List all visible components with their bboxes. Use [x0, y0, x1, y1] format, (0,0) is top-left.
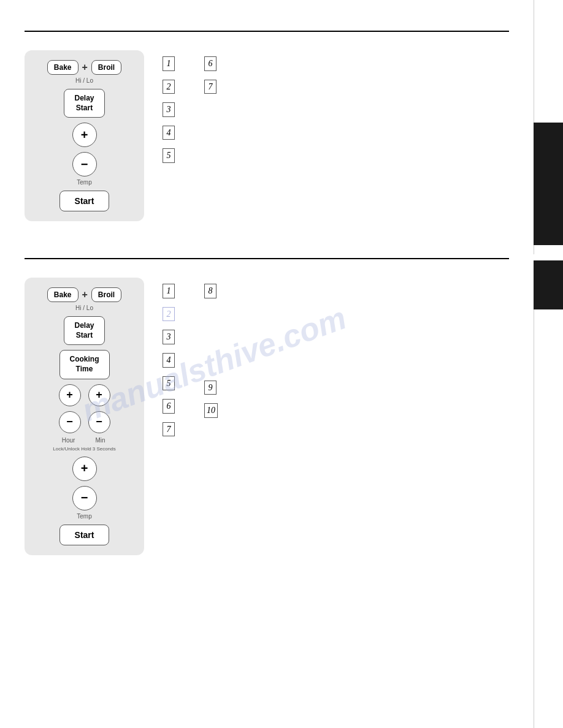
cooking-time-button[interactable]: Cooking Time [59, 350, 110, 379]
step-col-left-1: 1 2 3 4 5 [163, 56, 180, 163]
bake-button-2[interactable]: Bake [47, 287, 79, 302]
sidebar-black-1 [534, 123, 563, 245]
steps-area-2: 1 2 3 4 5 [163, 278, 509, 436]
min-label: Min [88, 437, 113, 444]
step-item-2-3: 3 [163, 330, 180, 344]
step-item-1-1: 1 [163, 56, 180, 71]
right-sidebar [534, 0, 563, 728]
top-rule [25, 31, 509, 32]
plus-sign-1: + [82, 62, 88, 73]
minus-temp-button[interactable]: − [72, 486, 97, 510]
panel-top-row-1: Bake + Broil [47, 60, 121, 75]
steps-col-1: 1 2 3 4 5 [163, 56, 509, 163]
minus-hour-button[interactable]: − [59, 411, 81, 433]
step-item-1-5: 5 [163, 148, 180, 163]
step-num-2-10: 10 [204, 403, 218, 418]
section-1: Bake + Broil Hi / Lo Delay Start + − Tem… [25, 50, 509, 221]
step-item-2-10: 10 [204, 403, 223, 418]
step-num-2-8: 8 [204, 284, 216, 298]
control-panel-2: Bake + Broil Hi / Lo Delay Start Cooking… [25, 278, 144, 555]
step-item-2-1: 1 [163, 284, 180, 298]
control-panel-1: Bake + Broil Hi / Lo Delay Start + − Tem… [25, 50, 144, 221]
broil-button-2[interactable]: Broil [91, 287, 121, 302]
step-num-2-2: 2 [163, 307, 175, 322]
minus-circle-1[interactable]: − [72, 152, 97, 176]
step-item-2-9: 9 [204, 381, 223, 395]
hour-label: Hour [56, 437, 81, 444]
delay-start-button-2[interactable]: Delay Start [64, 316, 104, 345]
mid-rule [25, 258, 509, 259]
step-num-1-4: 4 [163, 126, 175, 140]
step-num-1-3: 3 [163, 102, 175, 117]
step-item-2-2: 2 [163, 307, 180, 322]
dual-minus-controls: − − [59, 411, 110, 433]
step-num-2-9: 9 [204, 381, 216, 395]
main-content: Bake + Broil Hi / Lo Delay Start + − Tem… [0, 0, 534, 728]
step-item-2-4: 4 [163, 353, 180, 368]
step-col-right-1: 6 7 [204, 56, 221, 163]
plus-sign-2: + [82, 289, 88, 300]
step-item-1-2: 2 [163, 80, 180, 94]
step-col-left-2: 1 2 3 4 5 [163, 284, 180, 436]
temp-label-2: Temp [77, 513, 91, 520]
plus-temp-button[interactable]: + [72, 457, 97, 481]
steps-col-2: 1 2 3 4 5 [163, 284, 509, 436]
start-button-2[interactable]: Start [59, 525, 110, 545]
step-item-1-7: 7 [204, 80, 221, 94]
plus-min-button[interactable]: + [88, 384, 110, 406]
step-num-1-2: 2 [163, 80, 175, 94]
broil-button-1[interactable]: Broil [91, 60, 121, 75]
step-num-1-7: 7 [204, 80, 216, 94]
step-num-2-3: 3 [163, 330, 175, 344]
section-2: Bake + Broil Hi / Lo Delay Start Cooking… [25, 278, 509, 555]
lock-label: Lock/Unlock Hold 3 Seconds [53, 446, 115, 452]
hi-lo-1: Hi / Lo [75, 77, 93, 84]
sidebar-white-mid [534, 309, 563, 728]
step-num-2-6: 6 [163, 399, 175, 414]
step-item-2-7: 7 [163, 422, 180, 437]
step-item-1-3: 3 [163, 102, 180, 117]
sidebar-white-top [534, 0, 563, 123]
step-item-1-4: 4 [163, 126, 180, 140]
step-num-2-1: 1 [163, 284, 175, 298]
step-num-2-7: 7 [163, 422, 175, 437]
step-item-2-8: 8 [204, 284, 223, 298]
step-num-2-4: 4 [163, 353, 175, 368]
step-item-1-6: 6 [204, 56, 221, 71]
hour-min-label-row: Hour Min [56, 437, 113, 444]
hi-lo-2: Hi / Lo [75, 305, 93, 311]
delay-start-button-1[interactable]: Delay Start [64, 89, 104, 118]
step-num-2-5: 5 [163, 376, 175, 391]
step-num-1-1: 1 [163, 56, 175, 71]
steps-area-1: 1 2 3 4 5 [163, 50, 509, 163]
dual-plus-controls: + + [59, 384, 110, 406]
start-button-1[interactable]: Start [59, 191, 110, 211]
temp-label-1: Temp [77, 179, 91, 186]
plus-circle-1[interactable]: + [72, 123, 97, 147]
sidebar-black-2 [534, 260, 563, 309]
minus-min-button[interactable]: − [88, 411, 110, 433]
step-item-2-6: 6 [163, 399, 180, 414]
step-num-1-5: 5 [163, 148, 175, 163]
step-num-1-6: 6 [204, 56, 216, 71]
panel-top-row-2: Bake + Broil [47, 287, 121, 302]
bake-button-1[interactable]: Bake [47, 60, 79, 75]
plus-hour-button[interactable]: + [59, 384, 81, 406]
step-item-2-5: 5 [163, 376, 180, 391]
step-col-right-2: 8 9 10 [204, 284, 223, 436]
